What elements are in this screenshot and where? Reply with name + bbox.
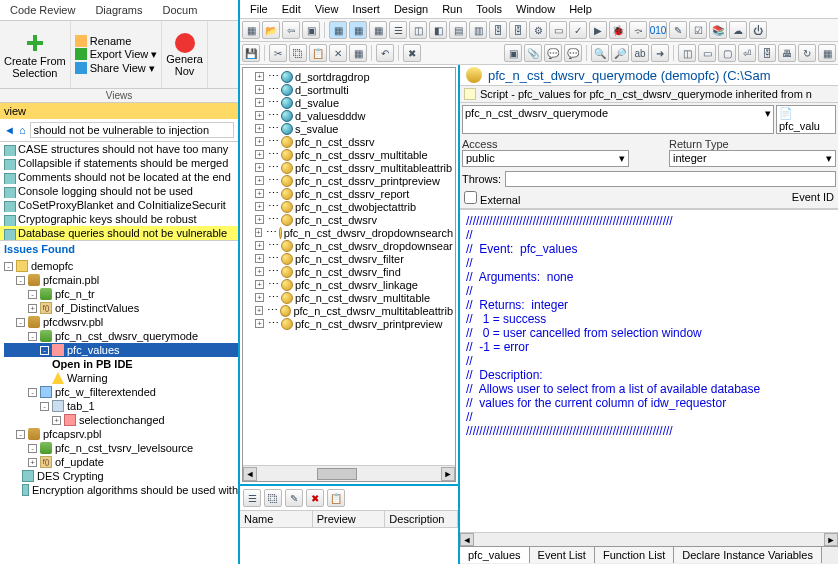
- tree-root[interactable]: -demopfc: [4, 259, 238, 273]
- object-tree-item[interactable]: +⋯pfc_n_cst_dssrv_multitableattrib: [245, 161, 453, 174]
- col-preview[interactable]: Preview: [313, 511, 386, 527]
- tb-comment-icon[interactable]: 💬: [544, 44, 562, 62]
- tb-form-icon[interactable]: ▥: [469, 21, 487, 39]
- tb-new-icon[interactable]: ▦: [242, 21, 260, 39]
- tree-object[interactable]: -pfc_n_cst_dwsrv_querymode: [4, 329, 238, 343]
- export-view-button[interactable]: Export View ▾: [75, 48, 158, 61]
- scroll-thumb[interactable]: [317, 468, 357, 480]
- scroll-left-icon[interactable]: ◄: [243, 467, 257, 481]
- tb-grid2-icon[interactable]: ▦: [349, 21, 367, 39]
- object-tree-item[interactable]: +⋯d_svalue: [245, 96, 453, 109]
- tb-edit-icon[interactable]: ✎: [669, 21, 687, 39]
- scroll-right-icon[interactable]: ►: [824, 533, 838, 546]
- object-tree-item[interactable]: +⋯pfc_n_cst_dwsrv_printpreview: [245, 317, 453, 330]
- tb-paste-icon[interactable]: 📋: [309, 44, 327, 62]
- tb-grid3-icon[interactable]: ▦: [369, 21, 387, 39]
- tb-win2-icon[interactable]: ▭: [698, 44, 716, 62]
- tb-undo-icon[interactable]: ↶: [376, 44, 394, 62]
- horizontal-scrollbar[interactable]: ◄ ►: [243, 465, 455, 481]
- object-tree-item[interactable]: +⋯pfc_n_cst_dwsrv_multitableattrib: [245, 304, 453, 317]
- tb-db2-icon[interactable]: 🗄: [509, 21, 527, 39]
- tb-window-icon[interactable]: ◫: [409, 21, 427, 39]
- tb-gear-icon[interactable]: ⚙: [529, 21, 547, 39]
- ribbon-tab-code-review[interactable]: Code Review: [6, 2, 79, 18]
- tb-todo-icon[interactable]: ☑: [689, 21, 707, 39]
- rule-item[interactable]: Cryptographic keys should be robust: [0, 212, 238, 226]
- menu-edit[interactable]: Edit: [282, 3, 301, 15]
- create-from-selection-button[interactable]: Create From Selection: [4, 31, 66, 79]
- generate-now-button[interactable]: Genera Nov: [166, 33, 203, 77]
- tb-browse-icon[interactable]: ▣: [504, 44, 522, 62]
- tb-close-icon[interactable]: ✖: [403, 44, 421, 62]
- tab-event-list[interactable]: Event List: [530, 546, 595, 563]
- prop-edit-icon[interactable]: ✎: [285, 489, 303, 507]
- col-description[interactable]: Description: [385, 511, 458, 527]
- tree-fn[interactable]: +f()of_DistinctValues: [4, 301, 238, 315]
- object-tree-item[interactable]: +⋯pfc_n_cst_dwobjectattrib: [245, 200, 453, 213]
- object-tree-item[interactable]: +⋯d_sortmulti: [245, 83, 453, 96]
- object-tree-item[interactable]: +⋯d_sortdragdrop: [245, 70, 453, 83]
- throws-input[interactable]: [505, 171, 836, 187]
- tb-data-icon[interactable]: 🗄: [758, 44, 776, 62]
- return-type-dropdown[interactable]: integer▾: [669, 150, 836, 167]
- tree-event-selected[interactable]: -pfc_values: [4, 343, 238, 357]
- tb-open-icon[interactable]: 📂: [262, 21, 280, 39]
- rule-item[interactable]: DES Crypting: [4, 469, 238, 483]
- rename-button[interactable]: Rename: [75, 35, 158, 47]
- ribbon-tab-diagrams[interactable]: Diagrams: [91, 2, 146, 18]
- menu-run[interactable]: Run: [442, 3, 462, 15]
- tab-function-list[interactable]: Function List: [595, 546, 674, 563]
- tb-db-icon[interactable]: 🗄: [489, 21, 507, 39]
- tb-layers-icon[interactable]: ☰: [389, 21, 407, 39]
- prop-paste-icon[interactable]: 📋: [327, 489, 345, 507]
- open-in-pb-ide[interactable]: Open in PB IDE: [4, 357, 238, 371]
- tb-debug-icon[interactable]: 🐞: [609, 21, 627, 39]
- object-tree-item[interactable]: +⋯pfc_n_cst_dssrv: [245, 135, 453, 148]
- tree-object[interactable]: -pfc_n_cst_tvsrv_levelsource: [4, 441, 238, 455]
- object-tree-item[interactable]: +⋯pfc_n_cst_dssrv_report: [245, 187, 453, 200]
- object-tree-item[interactable]: +⋯pfc_n_cst_dwsrv_linkage: [245, 278, 453, 291]
- menu-window[interactable]: Window: [516, 3, 555, 15]
- menu-design[interactable]: Design: [394, 3, 428, 15]
- code-editor[interactable]: ////////////////////////////////////////…: [460, 209, 838, 532]
- tb-sql-icon[interactable]: ▭: [549, 21, 567, 39]
- tree-fn[interactable]: +f()of_update: [4, 455, 238, 469]
- tb-copy-icon[interactable]: ⿻: [289, 44, 307, 62]
- menu-view[interactable]: View: [315, 3, 339, 15]
- tb-preview-icon[interactable]: ▣: [302, 21, 320, 39]
- object-tree-item[interactable]: +⋯pfc_n_cst_dwsrv: [245, 213, 453, 226]
- tb-lib-icon[interactable]: 📚: [709, 21, 727, 39]
- menu-insert[interactable]: Insert: [352, 3, 380, 15]
- object-tree-item[interactable]: +⋯pfc_n_cst_dwsrv_filter: [245, 252, 453, 265]
- tb-clear-icon[interactable]: ✕: [329, 44, 347, 62]
- object-tree-item[interactable]: +⋯pfc_n_cst_dssrv_printpreview: [245, 174, 453, 187]
- tb-grid-icon[interactable]: ▦: [329, 21, 347, 39]
- tb-win3-icon[interactable]: ▢: [718, 44, 736, 62]
- object-tree-item[interactable]: +⋯pfc_n_cst_dssrv_multitable: [245, 148, 453, 161]
- menu-help[interactable]: Help: [569, 3, 592, 15]
- tb-check-icon[interactable]: ✓: [569, 21, 587, 39]
- object-tree[interactable]: +⋯d_sortdragdrop+⋯d_sortmulti+⋯d_svalue+…: [242, 67, 456, 482]
- back-icon[interactable]: ◄: [4, 124, 15, 136]
- object-tree-item[interactable]: +⋯pfc_n_cst_dwsrv_find: [245, 265, 453, 278]
- code-hscroll[interactable]: ◄ ►: [460, 532, 838, 546]
- tb-findnext-icon[interactable]: 🔎: [611, 44, 629, 62]
- tb-run-icon[interactable]: ▶: [589, 21, 607, 39]
- tb-replace-icon[interactable]: ab: [631, 44, 649, 62]
- tree-warning[interactable]: Warning: [4, 371, 238, 385]
- access-dropdown[interactable]: public▾: [462, 150, 629, 167]
- scroll-left-icon[interactable]: ◄: [460, 533, 474, 546]
- script-dropdown[interactable]: 📄 pfc_valu: [776, 105, 836, 134]
- external-checkbox[interactable]: External: [464, 191, 520, 206]
- rule-item-selected[interactable]: Database queries should not be vulnerabl…: [0, 226, 238, 240]
- rule-item[interactable]: Encryption algorithms should be used wit…: [4, 483, 238, 497]
- object-tree-item[interactable]: +⋯s_svalue: [245, 122, 453, 135]
- rule-item[interactable]: CASE structures should not have too many: [0, 142, 238, 156]
- ribbon-tab-documents[interactable]: Docum: [159, 2, 202, 18]
- prop-list-icon[interactable]: ☰: [243, 489, 261, 507]
- col-name[interactable]: Name: [240, 511, 313, 527]
- tb-find-icon[interactable]: 🔍: [591, 44, 609, 62]
- tb-save-icon[interactable]: 💾: [242, 44, 260, 62]
- tb-selectall-icon[interactable]: ▦: [349, 44, 367, 62]
- tree-pbl[interactable]: -pfcdwsrv.pbl: [4, 315, 238, 329]
